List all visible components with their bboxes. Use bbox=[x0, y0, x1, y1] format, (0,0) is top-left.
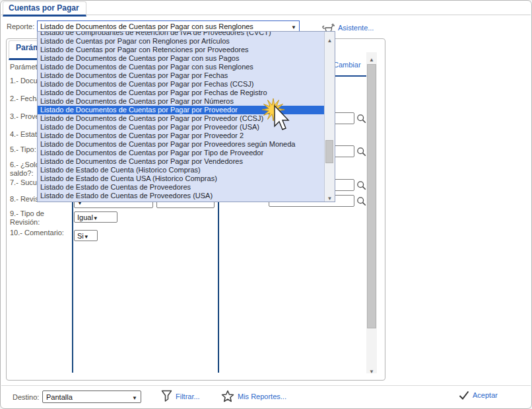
filter-link-label: Filtrar... bbox=[176, 392, 200, 400]
search-icon[interactable] bbox=[356, 196, 366, 206]
chevron-down-icon bbox=[291, 22, 296, 30]
report-dialog: Cuentas por Pagar Reporte: Listado de Do… bbox=[0, 0, 532, 409]
report-select[interactable]: Listado de Documentos de Cuentas por Pag… bbox=[37, 20, 300, 32]
report-dropdown-item[interactable]: Listado de Documentos de Cuentas por Pag… bbox=[38, 140, 324, 149]
funnel-icon bbox=[161, 390, 172, 402]
comment-value: Si bbox=[77, 232, 84, 240]
report-dropdown-item[interactable]: Listado de Documentos de Cuentas por Pag… bbox=[38, 131, 324, 140]
report-dropdown-item[interactable]: Listado de Documentos de Cuentas por Pag… bbox=[38, 80, 324, 89]
report-dropdown-item[interactable]: Listado de Documentos de Cuentas por Pag… bbox=[38, 123, 324, 131]
revision-type-select[interactable]: Igual bbox=[74, 211, 117, 223]
change-link[interactable]: Cambiar bbox=[333, 61, 361, 69]
dropdown-scrollbar-thumb[interactable] bbox=[325, 140, 333, 163]
report-dropdown-item[interactable]: Listado de Documentos de Cuentas por Pag… bbox=[38, 114, 324, 123]
report-dropdown-item[interactable]: Listado de Cuentas por Pagar con Renglon… bbox=[38, 37, 324, 46]
revision-type-value: Igual bbox=[77, 213, 93, 221]
chevron-down-icon bbox=[132, 393, 137, 401]
report-dropdown-item[interactable]: Listado de Documentos de Cuentas por Pag… bbox=[38, 106, 324, 114]
star-icon bbox=[221, 390, 234, 402]
search-icon[interactable] bbox=[356, 114, 366, 124]
report-dropdown-item[interactable]: Listado de Estado de Cuentas de Proveedo… bbox=[38, 183, 324, 192]
accept-button[interactable]: Aceptar bbox=[459, 390, 498, 400]
check-icon bbox=[459, 390, 469, 400]
tab-cuentas-por-pagar[interactable]: Cuentas por Pagar bbox=[3, 1, 86, 17]
chevron-down-icon bbox=[93, 213, 98, 221]
report-dropdown-item[interactable]: Listado de Documentos de Cuentas por Pag… bbox=[38, 63, 324, 71]
app-canvas: Cuentas por Pagar Reporte: Listado de Do… bbox=[0, 0, 532, 409]
my-reports-link[interactable]: Mis Reportes... bbox=[221, 390, 286, 402]
report-dropdown-item[interactable]: Listado de Documentos de Cuentas por Pag… bbox=[38, 71, 324, 80]
report-dropdown-item[interactable]: Listado de Documentos de Cuentas por Pag… bbox=[38, 54, 324, 63]
my-reports-link-label: Mis Reportes... bbox=[238, 392, 286, 400]
report-dropdown-list[interactable]: Listado de Comprobantes de Retención de … bbox=[37, 31, 335, 202]
assistant-link-label: Asistente... bbox=[338, 24, 374, 32]
panel-scrollbar[interactable] bbox=[366, 52, 377, 373]
param-label: 9.- Tipo de Revisión: bbox=[10, 209, 71, 227]
search-icon[interactable] bbox=[356, 180, 366, 190]
report-dropdown-items: Listado de Comprobantes de Retención de … bbox=[38, 31, 324, 202]
scroll-down-icon[interactable] bbox=[366, 364, 377, 373]
report-dropdown-item[interactable]: Listado de Comprobantes de Retención de … bbox=[38, 31, 324, 37]
scroll-up-icon[interactable] bbox=[325, 33, 335, 42]
report-dropdown-item[interactable]: Listado de Cuentas por Pagar con Retenci… bbox=[38, 46, 324, 54]
destination-select[interactable]: Pantalla bbox=[42, 390, 141, 403]
tab-strip: Cuentas por Pagar bbox=[1, 1, 531, 15]
param-label: 10.- Comentario: bbox=[10, 229, 71, 237]
report-dropdown-item[interactable]: Listado de Estado de Cuenta USA (Histori… bbox=[38, 174, 324, 183]
report-dropdown-item[interactable]: Listado de Documentos de Cuentas por Pag… bbox=[38, 149, 324, 157]
comment-select[interactable]: Si bbox=[74, 230, 98, 241]
report-dropdown-item[interactable]: Listado de Estado de Cuentas de Proveedo… bbox=[38, 192, 324, 200]
chevron-down-icon bbox=[84, 232, 89, 240]
panel-scrollbar-thumb[interactable] bbox=[367, 64, 376, 328]
accept-button-label: Aceptar bbox=[473, 391, 498, 399]
search-icon[interactable] bbox=[356, 147, 366, 157]
report-dropdown-item[interactable]: Listado de Giros Enviados Gestión bbox=[38, 200, 324, 202]
report-dropdown-item[interactable]: Listado de Documentos de Cuentas por Pag… bbox=[38, 157, 324, 166]
destination-value: Pantalla bbox=[46, 393, 73, 401]
scroll-up-icon[interactable] bbox=[366, 52, 377, 61]
report-dropdown-item[interactable]: Listado de Estado de Cuenta (Historico C… bbox=[38, 166, 324, 174]
report-select-value: Listado de Documentos de Cuentas por Pag… bbox=[40, 22, 253, 30]
filter-link[interactable]: Filtrar... bbox=[161, 390, 200, 402]
scroll-down-icon[interactable] bbox=[325, 191, 335, 200]
dropdown-scrollbar[interactable] bbox=[324, 32, 335, 202]
footer-divider bbox=[1, 385, 531, 386]
report-label: Reporte: bbox=[7, 22, 34, 30]
report-dropdown-item[interactable]: Listado de Documentos de Cuentas por Pag… bbox=[38, 97, 324, 106]
report-dropdown-item[interactable]: Listado de Documentos de Cuentas por Pag… bbox=[38, 89, 324, 97]
destination-label: Destino: bbox=[13, 393, 39, 401]
